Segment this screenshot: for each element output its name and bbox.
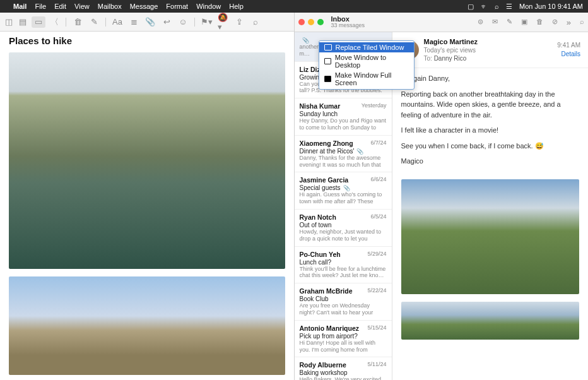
traffic-lights[interactable]: [298, 19, 324, 25]
popup-label: Replace Tiled Window: [336, 44, 404, 51]
search-icon[interactable]: ⌕: [580, 18, 584, 27]
format-icon[interactable]: ↩: [162, 17, 172, 27]
grid-icon[interactable]: ▤: [18, 17, 28, 27]
msg-preview: Hi again. Guess who's coming to town wit…: [300, 191, 387, 205]
msg-sender: Xiaomeng Zhong: [300, 140, 353, 147]
message-body: Hi again Danny, Reporting back on anothe…: [392, 68, 589, 177]
attach-icon: 📎: [343, 185, 350, 191]
menubar: Mail File Edit View Mailbox Message Form…: [0, 0, 588, 13]
window-menu-popup: Replace Tiled Window Move Window to Desk…: [319, 40, 415, 90]
control-center-icon[interactable]: ☰: [506, 3, 512, 10]
list-item[interactable]: Rody Albuerne5/11/24Baking workshopHello…: [295, 357, 392, 380]
msg-sender: Antonio Manriquez: [300, 324, 360, 332]
panel-icon[interactable]: ▭: [32, 16, 45, 28]
reading-pane: Magico Martinez Today's epic views To: D…: [392, 32, 589, 380]
menu-edit[interactable]: Edit: [54, 3, 66, 10]
battery-icon: ▢: [467, 3, 474, 10]
trash-icon[interactable]: 🗑: [73, 17, 83, 27]
msg-subject: Special guests📎: [300, 184, 387, 191]
mute-icon[interactable]: 🔕▾: [218, 17, 228, 27]
msg-time: 9:41 AM: [557, 41, 580, 50]
list-item[interactable]: Ryan Notch6/5/24Out of townHowdy, neighb…: [295, 210, 392, 247]
menu-mailbox[interactable]: Mailbox: [98, 3, 122, 10]
msg-subject: Dinner at the Ricos'📎: [300, 148, 387, 155]
right-pane: Inbox 33 messages ⊜ ✉ ✎ ▣ 🗑 ⊘ » ⌕ Replac…: [295, 13, 589, 380]
msg-subject: Pick up from airport?: [300, 333, 387, 340]
msg-preview: Hi Danny! Hope all is well with you. I'm…: [300, 340, 387, 353]
menu-window[interactable]: Window: [196, 3, 221, 10]
attach-icon: 📎: [302, 37, 309, 44]
msg-sender: Rody Albuerne: [300, 361, 346, 369]
wifi-icon: ᯤ: [481, 3, 488, 10]
fullscreen-dot[interactable]: [317, 19, 324, 25]
tile-icon: [324, 44, 332, 50]
menu-format[interactable]: Format: [166, 3, 188, 10]
msg-date: 6/7/24: [370, 140, 386, 147]
msg-to: To: Danny Rico: [424, 54, 553, 62]
body-greeting: Hi again Danny,: [401, 73, 580, 84]
compose-icon[interactable]: ✎: [89, 17, 99, 27]
msg-subject: Today's epic views: [424, 46, 553, 54]
desktop-icon: [324, 58, 331, 64]
list-item[interactable]: Xiaomeng Zhong6/7/24Dinner at the Ricos'…: [295, 136, 392, 173]
status-area: ▢ ᯤ ⌕ ☰ Mon Jun 10 9:41 AM: [462, 3, 583, 11]
msg-subject: Sunday lunch: [300, 110, 387, 117]
popup-label: Make Window Full Screen: [335, 71, 409, 86]
msg-sender: Jasmine Garcia: [300, 176, 349, 184]
msg-subject: Book Club: [300, 295, 387, 302]
msg-preview: Think you'll be free for a lunchtime cha…: [300, 266, 387, 280]
menu-help[interactable]: Help: [229, 3, 244, 10]
menu-file[interactable]: File: [35, 3, 46, 10]
popup-label: Move Window to Desktop: [335, 54, 409, 69]
list-item[interactable]: Po-Chun Yeh5/29/24Lunch call?Think you'l…: [295, 247, 392, 284]
msg-sender: Graham McBride: [300, 287, 353, 295]
flag-icon[interactable]: ⚑▾: [201, 17, 211, 27]
junk-icon[interactable]: ⊘: [552, 18, 558, 27]
msg-subject: Lunch call?: [300, 259, 387, 266]
popup-replace-tiled[interactable]: Replace Tiled Window: [319, 42, 414, 52]
list-item[interactable]: Nisha KumarYesterdaySunday lunchHey Dann…: [295, 98, 392, 136]
emoji-icon[interactable]: ☺: [178, 17, 188, 27]
fullscreen-icon: [324, 76, 331, 82]
msg-sender: Po-Chun Yeh: [300, 251, 341, 258]
list-item[interactable]: Antonio Manriquez5/15/24Pick up from air…: [295, 321, 392, 358]
more-icon[interactable]: »: [567, 18, 571, 27]
compose-icon[interactable]: ✎: [507, 18, 512, 27]
inbox-count: 33 messages: [331, 23, 365, 29]
popup-fullscreen[interactable]: Make Window Full Screen: [319, 70, 414, 88]
compose-photo-2: [9, 276, 285, 375]
close-dot[interactable]: [298, 19, 305, 25]
list-item[interactable]: Jasmine Garcia6/6/24Special guests📎Hi ag…: [295, 172, 392, 210]
trash-icon[interactable]: 🗑: [536, 18, 543, 27]
msg-date: 5/29/24: [367, 251, 386, 258]
msg-date: 6/6/24: [370, 176, 386, 184]
inbox-title: Inbox 33 messages: [331, 15, 365, 29]
sidebar-icon[interactable]: ◫: [4, 17, 14, 27]
search-icon[interactable]: ⌕: [250, 17, 261, 27]
msg-date: 6/5/24: [370, 213, 386, 221]
msg-preview: Are you free on Wednesday night? Can't w…: [300, 302, 387, 316]
envelope-icon[interactable]: ✉: [492, 18, 498, 27]
body-p2: I felt like a character in a movie!: [401, 125, 580, 136]
back-icon[interactable]: 〈: [49, 17, 59, 27]
menu-view[interactable]: View: [74, 3, 90, 10]
msg-preview: Hey Danny, Do you and Rigo want to come …: [300, 117, 387, 131]
share-icon[interactable]: ⇪: [234, 17, 244, 27]
details-link[interactable]: Details: [557, 50, 580, 59]
archive-icon[interactable]: ▣: [521, 18, 527, 27]
body-image-2: [401, 302, 580, 340]
minimize-dot[interactable]: [308, 19, 314, 25]
search-icon[interactable]: ⌕: [495, 3, 499, 10]
attach-icon[interactable]: 📎: [145, 17, 155, 27]
body-image-1: [401, 179, 580, 294]
filter-icon[interactable]: ⊜: [478, 18, 483, 27]
menu-mail[interactable]: Mail: [13, 3, 26, 10]
msg-preview: Howdy, neighbor, Just wanted to drop a q…: [300, 229, 387, 242]
popup-move-desktop[interactable]: Move Window to Desktop: [319, 52, 414, 70]
list-item[interactable]: Graham McBride5/22/24Book ClubAre you fr…: [295, 283, 392, 321]
left-pane: ◫ ▤ ▭ 〈 🗑 ✎ Aa ≣ 📎 ↩ ☺ ⚑▾ 🔕▾ ⇪ ⌕ Places …: [0, 13, 295, 380]
list-icon[interactable]: ≣: [129, 17, 139, 27]
menu-message[interactable]: Message: [130, 3, 158, 10]
msg-date: 5/11/24: [367, 361, 386, 369]
font-icon[interactable]: Aa: [112, 17, 122, 27]
